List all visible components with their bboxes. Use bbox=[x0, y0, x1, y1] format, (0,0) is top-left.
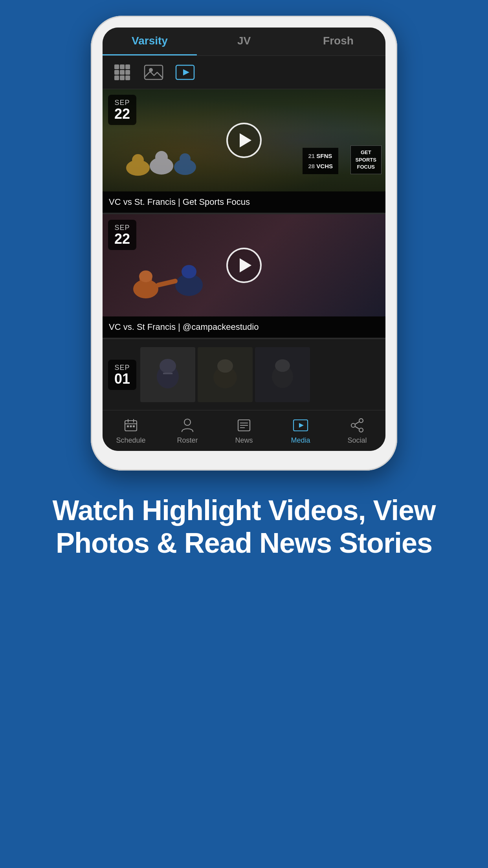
svg-rect-41 bbox=[130, 425, 132, 427]
svg-marker-49 bbox=[299, 423, 304, 428]
video-title-2: VC vs. St Francis | @campackeestudio bbox=[103, 316, 385, 338]
svg-rect-7 bbox=[120, 75, 125, 80]
svg-rect-29 bbox=[163, 373, 172, 374]
news-icon bbox=[235, 417, 253, 433]
photo-thumb-2[interactable] bbox=[198, 347, 253, 402]
svg-point-24 bbox=[139, 270, 152, 282]
tab-varsity[interactable]: Varsity bbox=[103, 28, 197, 55]
grid-view-button[interactable] bbox=[110, 62, 134, 83]
svg-rect-3 bbox=[114, 70, 119, 75]
svg-marker-12 bbox=[183, 69, 189, 75]
play-button-1[interactable] bbox=[226, 123, 262, 158]
svg-point-52 bbox=[351, 423, 355, 427]
nav-roster-label: Roster bbox=[177, 436, 198, 445]
svg-point-43 bbox=[184, 419, 191, 425]
svg-rect-9 bbox=[145, 65, 163, 79]
svg-point-16 bbox=[155, 151, 168, 164]
svg-point-51 bbox=[359, 428, 363, 432]
svg-line-25 bbox=[158, 281, 175, 285]
date-badge-1: SEP 22 bbox=[108, 95, 136, 125]
svg-point-10 bbox=[149, 68, 153, 72]
top-tab-bar: Varsity JV Frosh bbox=[103, 28, 385, 56]
nav-media-label: Media bbox=[291, 436, 310, 445]
svg-rect-4 bbox=[120, 70, 125, 75]
phone-frame: Varsity JV Frosh bbox=[91, 16, 397, 471]
video-view-button[interactable] bbox=[173, 62, 197, 83]
media-icon bbox=[292, 417, 309, 433]
tab-frosh[interactable]: Frosh bbox=[291, 28, 385, 55]
svg-point-18 bbox=[180, 153, 191, 164]
svg-line-54 bbox=[355, 427, 359, 429]
svg-point-50 bbox=[359, 419, 363, 423]
nav-schedule[interactable]: Schedule bbox=[103, 410, 159, 451]
tab-jv[interactable]: JV bbox=[197, 28, 291, 55]
photo-thumb-1[interactable] bbox=[140, 347, 195, 402]
nav-social-label: Social bbox=[347, 436, 367, 445]
svg-point-21 bbox=[182, 265, 196, 278]
svg-line-53 bbox=[355, 422, 359, 424]
svg-point-32 bbox=[217, 359, 233, 373]
video-title-1: VC vs St. Francis | Get Sports Focus bbox=[103, 191, 385, 213]
nav-roster[interactable]: Roster bbox=[159, 410, 216, 451]
svg-point-35 bbox=[275, 359, 290, 372]
person-icon bbox=[179, 417, 196, 433]
svg-rect-1 bbox=[120, 64, 125, 69]
video-item-2[interactable]: SEP 22 VC vs. St Francis | @campackeestu… bbox=[103, 214, 385, 339]
date-badge-3: SEP 01 bbox=[108, 360, 136, 390]
share-icon bbox=[349, 417, 366, 433]
svg-point-14 bbox=[132, 154, 144, 166]
bottom-nav: Schedule Roster bbox=[103, 410, 385, 451]
view-mode-bar bbox=[103, 56, 385, 89]
photo-thumb-3[interactable] bbox=[255, 347, 310, 402]
play-button-2[interactable] bbox=[226, 248, 262, 283]
svg-rect-5 bbox=[125, 70, 130, 75]
nav-media[interactable]: Media bbox=[272, 410, 329, 451]
nav-schedule-label: Schedule bbox=[116, 436, 145, 445]
video-item-1[interactable]: 21 SFNS 28 VCHS GETSPORTSFOCUS SEP 22 VC… bbox=[103, 89, 385, 214]
bottom-text: Watch Highlight Videos, View Photos & Re… bbox=[0, 494, 488, 559]
svg-rect-0 bbox=[114, 64, 119, 69]
calendar-icon bbox=[122, 417, 139, 433]
bottom-headline: Watch Highlight Videos, View Photos & Re… bbox=[31, 494, 457, 559]
svg-rect-42 bbox=[133, 425, 135, 427]
nav-news-label: News bbox=[235, 436, 253, 445]
video-item-3[interactable]: SEP 01 bbox=[103, 339, 385, 410]
svg-rect-2 bbox=[125, 64, 130, 69]
svg-point-28 bbox=[160, 359, 176, 373]
nav-social[interactable]: Social bbox=[329, 410, 385, 451]
nav-news[interactable]: News bbox=[216, 410, 272, 451]
svg-rect-6 bbox=[114, 75, 119, 80]
svg-rect-40 bbox=[127, 425, 129, 427]
get-sports-logo: GETSPORTSFOCUS bbox=[350, 145, 382, 174]
date-badge-2: SEP 22 bbox=[108, 220, 136, 250]
photo-view-button[interactable] bbox=[142, 62, 165, 83]
phone-screen: Varsity JV Frosh bbox=[103, 28, 385, 451]
svg-rect-8 bbox=[125, 75, 130, 80]
